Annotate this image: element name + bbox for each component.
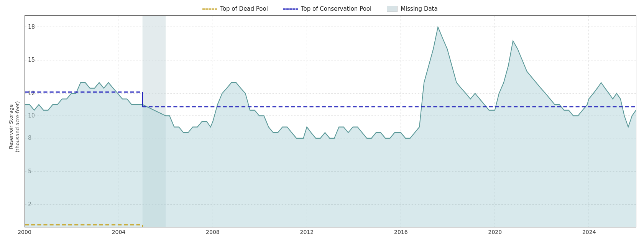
x-tick-2020: 2020: [488, 229, 502, 235]
svg-text:15: 15: [28, 56, 35, 63]
chart-area: Reservoir Storage (thousand acre-feet): [4, 15, 636, 238]
x-tick-2024: 2024: [582, 229, 596, 235]
plot-area: 18 15 12 10 8 5 2: [25, 15, 636, 227]
x-tick-2008: 2008: [206, 229, 220, 235]
svg-text:12: 12: [28, 90, 35, 97]
conservation-pool-legend-line: [283, 8, 298, 10]
legend-conservation-pool: Top of Conservation Pool: [283, 5, 371, 12]
x-tick-2004: 2004: [112, 229, 126, 235]
dead-pool-legend-label: Top of Dead Pool: [220, 5, 268, 12]
x-axis: 2000 2004 2008 2012 2016 2020 2024: [25, 229, 636, 240]
legend-missing-data: Missing Data: [387, 5, 438, 12]
legend: Top of Dead Pool Top of Conservation Poo…: [202, 5, 437, 12]
x-tick-2016: 2016: [394, 229, 408, 235]
conservation-pool-legend-label: Top of Conservation Pool: [301, 5, 371, 12]
missing-data-legend-label: Missing Data: [401, 5, 438, 12]
x-tick-2012: 2012: [300, 229, 314, 235]
chart-container: Top of Dead Pool Top of Conservation Poo…: [0, 0, 644, 242]
legend-dead-pool: Top of Dead Pool: [202, 5, 268, 12]
missing-data-legend-box: [387, 6, 398, 12]
main-chart-svg: 18 15 12 10 8 5 2: [25, 16, 636, 227]
y-axis-label: Reservoir Storage (thousand acre-feet): [4, 15, 25, 238]
dead-pool-legend-line: [202, 8, 217, 10]
svg-text:18: 18: [28, 23, 35, 30]
x-tick-2000: 2000: [18, 229, 31, 235]
